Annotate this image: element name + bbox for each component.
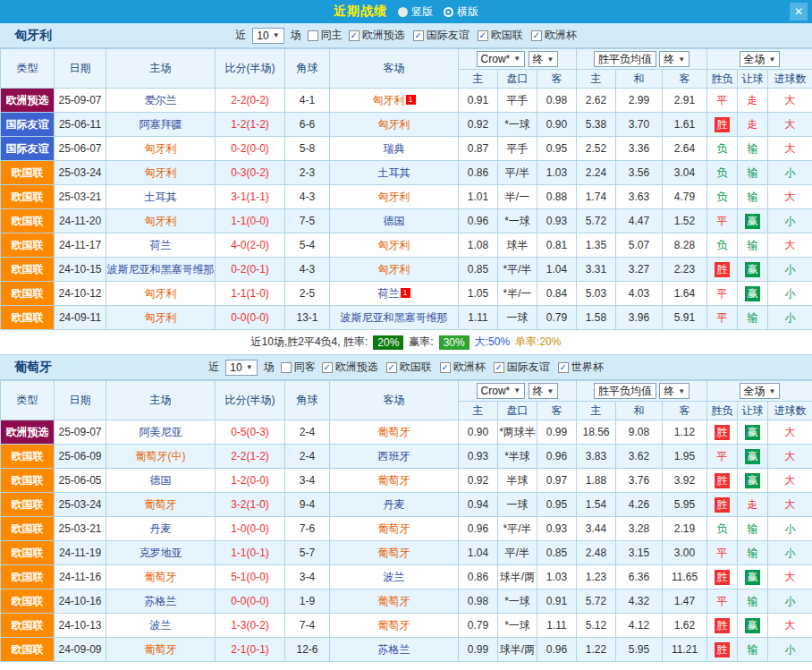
col-type: 类型 — [1, 49, 55, 89]
bookmaker-select[interactable]: Crow*▼ — [477, 51, 526, 67]
chevron-down-icon: ▼ — [547, 55, 554, 64]
final-odds-select[interactable]: 终▼ — [529, 383, 559, 399]
home-team-cell: 匈牙利 — [106, 282, 216, 306]
goals-cell-value: 小 — [785, 595, 796, 607]
avg-home-cell: 2.24 — [577, 161, 616, 185]
handicap-result-cell-value: 走 — [748, 498, 758, 511]
match-date: 24-11-16 — [55, 565, 106, 589]
competition-filter[interactable]: ✓欧洲杯 — [440, 360, 486, 375]
layout-vertical-option[interactable]: 竖版 — [398, 4, 433, 20]
avg-draw-cell: 3.27 — [616, 258, 663, 282]
goals-cell: 小 — [768, 306, 812, 330]
competition-filter[interactable]: ✓世界杯 — [558, 360, 604, 375]
avg-odds-button[interactable]: 胜平负均值 — [594, 51, 656, 67]
avg-draw-cell: 3.70 — [616, 113, 663, 137]
handicap-result-cell: 赢 — [738, 282, 768, 306]
goals-cell: 小 — [768, 209, 812, 233]
opponent-team-name: 土耳其 — [145, 191, 177, 203]
result-cell: 胜 — [707, 469, 738, 493]
avg-away-cell: 1.52 — [663, 209, 707, 233]
match-type-badge: 国际友谊 — [1, 137, 55, 161]
bookmaker-select[interactable]: Crow*▼ — [477, 383, 526, 399]
away-team-cell: 葡萄牙 — [330, 517, 459, 541]
match-date: 24-10-12 — [55, 282, 106, 306]
match-type-badge: 欧洲预选 — [1, 420, 55, 445]
away-team-cell: 德国 — [330, 209, 459, 233]
goals-cell-value: 大 — [785, 94, 796, 106]
checkbox-checked-icon: ✓ — [386, 362, 397, 373]
home-team-cell: 葡萄牙 — [106, 493, 216, 517]
goals-cell-value: 大 — [785, 142, 796, 155]
match-type-badge: 欧国联 — [1, 493, 55, 517]
competition-filter[interactable]: ✓国际友谊 — [494, 360, 550, 375]
opponent-team-name: 荷兰 — [150, 239, 172, 251]
home-team-cell: 苏格兰 — [106, 589, 216, 614]
match-row: 欧国联25-06-09葡萄牙(中)2-2(1-2)2-4西班牙0.93*半球0.… — [1, 445, 812, 469]
summary-row: 近10场,胜2平4负4, 胜率: 20% 赢率: 30% 大:50% 单率:20… — [0, 330, 812, 355]
checkbox-checked-icon: ✓ — [322, 362, 333, 373]
handicap-result-cell: 输 — [738, 638, 768, 662]
matches-table: 类型 日期 主场 比分(半场) 角球 客场 Crow*▼ 终▼ 胜平负均值 终▼ — [0, 48, 812, 330]
opponent-team-name: 瑞典 — [384, 142, 405, 155]
final-avg-select[interactable]: 终▼ — [659, 383, 689, 399]
avg-home-cell: 5.12 — [577, 614, 616, 638]
handicap-cell: *平/半 — [498, 258, 537, 282]
score-cell: 3-2(1-0) — [216, 493, 285, 517]
competition-filter[interactable]: ✓欧洲杯 — [531, 28, 577, 43]
subject-team-name: 葡萄牙 — [378, 522, 410, 535]
col-type: 类型 — [1, 381, 55, 420]
same-venue-filter[interactable]: 同客 — [281, 360, 316, 375]
close-button[interactable]: ✕ — [790, 3, 808, 21]
odds-home-cell: 0.96 — [459, 209, 498, 233]
avg-header-cell: 胜平负均值 终▼ — [577, 49, 707, 70]
competition-filter[interactable]: ✓欧国联 — [478, 28, 523, 43]
avg-home-cell: 2.62 — [577, 89, 616, 113]
result-cell: 胜 — [707, 638, 738, 662]
home-team-cell: 匈牙利 — [106, 161, 216, 185]
final-odds-select[interactable]: 终▼ — [529, 51, 559, 67]
avg-home-cell: 5.03 — [577, 282, 616, 306]
avg-away-cell: 2.91 — [663, 89, 707, 113]
avg-home-cell: 3.83 — [577, 445, 616, 469]
opponent-team-name: 丹麦 — [384, 498, 405, 511]
chevron-down-icon: ▼ — [513, 55, 520, 63]
fulltime-select[interactable]: 全场▼ — [740, 51, 781, 67]
result-cell: 负 — [707, 161, 738, 185]
odds-home-cell: 0.90 — [459, 420, 498, 445]
result-cell-value: 平 — [717, 595, 728, 607]
handicap-result-cell-value: 输 — [748, 643, 758, 656]
odds-away-cell: 1.03 — [537, 565, 577, 589]
competition-filter[interactable]: ✓国际友谊 — [413, 28, 469, 43]
layout-horizontal-option[interactable]: 横版 — [444, 4, 478, 20]
odds-away-cell: 0.88 — [537, 185, 577, 209]
checkbox-checked-icon: ✓ — [494, 362, 504, 373]
handicap-cell: 球半/两 — [498, 565, 537, 589]
avg-home-cell: 5.72 — [577, 589, 616, 614]
final-avg-select-value: 终 — [664, 52, 674, 67]
match-type-badge: 欧国联 — [1, 282, 55, 306]
result-cell: 胜 — [707, 113, 738, 137]
final-avg-select[interactable]: 终▼ — [659, 51, 689, 67]
score-cell: 2-1(0-1) — [216, 638, 285, 662]
avg-odds-button[interactable]: 胜平负均值 — [594, 383, 656, 399]
handicap-result-cell-value: 输 — [748, 311, 758, 324]
home-team-cell: 土耳其 — [106, 185, 216, 209]
avg-draw-cell: 3.36 — [616, 137, 663, 161]
match-date: 24-10-13 — [55, 614, 106, 638]
fulltime-select[interactable]: 全场▼ — [740, 383, 781, 399]
competition-filter[interactable]: ✓欧国联 — [386, 360, 432, 375]
competition-filter[interactable]: ✓欧洲预选 — [349, 28, 405, 43]
fulltime-select-value: 全场 — [744, 384, 765, 399]
match-count-value: 10 — [230, 361, 241, 374]
avg-away-cell: 3.00 — [663, 541, 707, 565]
score-cell: 0-5(0-3) — [216, 420, 285, 445]
competition-filter[interactable]: ✓欧洲预选 — [322, 360, 378, 375]
match-type-badge: 欧国联 — [1, 161, 55, 185]
checkbox-checked-icon: ✓ — [558, 362, 569, 373]
subcol-result: 胜负 — [707, 402, 738, 420]
match-count-select[interactable]: 10 ▼ — [225, 360, 257, 376]
match-count-select[interactable]: 10 ▼ — [252, 28, 283, 44]
same-venue-filter[interactable]: 同主 — [308, 28, 343, 43]
avg-away-cell: 11.65 — [663, 565, 707, 589]
avg-away-cell: 1.62 — [663, 614, 707, 638]
